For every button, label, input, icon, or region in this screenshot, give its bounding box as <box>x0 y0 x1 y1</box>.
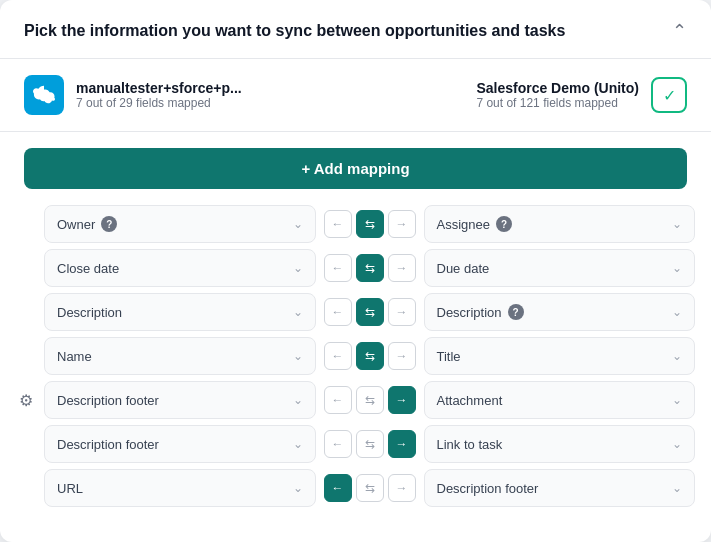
right-field-chevron-icon: ⌄ <box>672 437 682 451</box>
right-field-chevron-icon: ⌄ <box>672 305 682 319</box>
sync-both-button[interactable]: ⇆ <box>356 210 384 238</box>
left-field-select[interactable]: Owner? ⌄ <box>44 205 316 243</box>
sync-controls: ← ⇆ → <box>324 474 416 502</box>
sync-both-button[interactable]: ⇆ <box>356 342 384 370</box>
right-field-chevron-icon: ⌄ <box>672 349 682 363</box>
right-field-select[interactable]: Assignee? ⌄ <box>424 205 696 243</box>
left-field-label: Description footer <box>57 393 159 408</box>
right-field-label: Due date <box>437 261 490 276</box>
right-field-select[interactable]: Due date ⌄ <box>424 249 696 287</box>
right-field-select[interactable]: Description footer ⌄ <box>424 469 696 507</box>
page-title: Pick the information you want to sync be… <box>24 22 565 40</box>
sync-both-button[interactable]: ⇆ <box>356 474 384 502</box>
left-field-label: Close date <box>57 261 119 276</box>
sync-controls: ← ⇆ → <box>324 210 416 238</box>
left-field-label: Description <box>57 305 122 320</box>
sync-controls: ← ⇆ → <box>324 430 416 458</box>
help-icon[interactable]: ? <box>496 216 512 232</box>
salesforce-logo <box>24 75 64 115</box>
sync-left-button[interactable]: ← <box>324 386 352 414</box>
left-field-chevron-icon: ⌄ <box>293 437 303 451</box>
left-field-chevron-icon: ⌄ <box>293 349 303 363</box>
sync-left-button[interactable]: ← <box>324 254 352 282</box>
right-field-label: Assignee? <box>437 216 512 232</box>
left-field-select[interactable]: URL ⌄ <box>44 469 316 507</box>
right-account-name: Salesforce Demo (Unito) <box>476 80 639 96</box>
mapping-row: Description ⌄ ← ⇆ → Description? ⌄ <box>16 293 695 331</box>
mapping-row: Close date ⌄ ← ⇆ → Due date ⌄ <box>16 249 695 287</box>
sync-both-button[interactable]: ⇆ <box>356 430 384 458</box>
sync-controls: ← ⇆ → <box>324 298 416 326</box>
sync-left-button[interactable]: ← <box>324 430 352 458</box>
left-account-sub: 7 out of 29 fields mapped <box>76 96 242 110</box>
sync-both-button[interactable]: ⇆ <box>356 386 384 414</box>
add-mapping-button[interactable]: + Add mapping <box>24 148 687 189</box>
sync-right-button[interactable]: → <box>388 342 416 370</box>
mapping-row: Name ⌄ ← ⇆ → Title ⌄ <box>16 337 695 375</box>
left-field-select[interactable]: Description footer ⌄ <box>44 381 316 419</box>
left-field-chevron-icon: ⌄ <box>293 393 303 407</box>
sync-right-button[interactable]: → <box>388 298 416 326</box>
right-field-chevron-icon: ⌄ <box>672 481 682 495</box>
left-field-chevron-icon: ⌄ <box>293 261 303 275</box>
sync-left-button[interactable]: ← <box>324 342 352 370</box>
left-field-label: URL <box>57 481 83 496</box>
left-field-select[interactable]: Description footer ⌄ <box>44 425 316 463</box>
left-field-label: Description footer <box>57 437 159 452</box>
left-field-select[interactable]: Description ⌄ <box>44 293 316 331</box>
left-field-chevron-icon: ⌄ <box>293 217 303 231</box>
right-field-label: Description? <box>437 304 524 320</box>
right-field-select[interactable]: Title ⌄ <box>424 337 696 375</box>
help-icon[interactable]: ? <box>101 216 117 232</box>
mapping-row: ⚙ Description footer ⌄ ← ⇆ → Attachment … <box>16 381 695 419</box>
mapping-row: URL ⌄ ← ⇆ → Description footer ⌄ <box>16 469 695 507</box>
header: Pick the information you want to sync be… <box>0 0 711 59</box>
sync-left-button[interactable]: ← <box>324 298 352 326</box>
sync-controls: ← ⇆ → <box>324 386 416 414</box>
left-field-chevron-icon: ⌄ <box>293 481 303 495</box>
right-field-select[interactable]: Link to task ⌄ <box>424 425 696 463</box>
right-field-select[interactable]: Attachment ⌄ <box>424 381 696 419</box>
left-field-select[interactable]: Close date ⌄ <box>44 249 316 287</box>
right-field-label: Link to task <box>437 437 503 452</box>
mappings-list: Owner? ⌄ ← ⇆ → Assignee? ⌄ Close date ⌄ … <box>0 205 711 523</box>
verified-badge: ✓ <box>651 77 687 113</box>
sync-left-button[interactable]: ← <box>324 210 352 238</box>
main-card: Pick the information you want to sync be… <box>0 0 711 542</box>
right-field-select[interactable]: Description? ⌄ <box>424 293 696 331</box>
right-field-chevron-icon: ⌄ <box>672 217 682 231</box>
mapping-row: Description footer ⌄ ← ⇆ → Link to task … <box>16 425 695 463</box>
right-account-info: Salesforce Demo (Unito) 7 out of 121 fie… <box>476 80 639 110</box>
right-account: Salesforce Demo (Unito) 7 out of 121 fie… <box>362 77 688 113</box>
mapping-row: Owner? ⌄ ← ⇆ → Assignee? ⌄ <box>16 205 695 243</box>
left-account-name: manualtester+sforce+p... <box>76 80 242 96</box>
right-field-label: Description footer <box>437 481 539 496</box>
sync-right-button[interactable]: → <box>388 254 416 282</box>
accounts-row: manualtester+sforce+p... 7 out of 29 fie… <box>0 59 711 132</box>
sync-both-button[interactable]: ⇆ <box>356 298 384 326</box>
right-field-label: Attachment <box>437 393 503 408</box>
left-field-select[interactable]: Name ⌄ <box>44 337 316 375</box>
left-account-info: manualtester+sforce+p... 7 out of 29 fie… <box>76 80 242 110</box>
left-field-label: Name <box>57 349 92 364</box>
sync-left-button[interactable]: ← <box>324 474 352 502</box>
collapse-icon[interactable]: ⌃ <box>672 20 687 42</box>
sync-both-button[interactable]: ⇆ <box>356 254 384 282</box>
left-field-label: Owner? <box>57 216 117 232</box>
right-field-chevron-icon: ⌄ <box>672 261 682 275</box>
left-account: manualtester+sforce+p... 7 out of 29 fie… <box>24 75 350 115</box>
sync-right-button[interactable]: → <box>388 386 416 414</box>
sync-right-button[interactable]: → <box>388 210 416 238</box>
help-icon[interactable]: ? <box>508 304 524 320</box>
left-field-chevron-icon: ⌄ <box>293 305 303 319</box>
right-field-chevron-icon: ⌄ <box>672 393 682 407</box>
right-account-sub: 7 out of 121 fields mapped <box>476 96 639 110</box>
gear-icon[interactable]: ⚙ <box>16 390 36 410</box>
sync-right-button[interactable]: → <box>388 474 416 502</box>
right-field-label: Title <box>437 349 461 364</box>
sync-controls: ← ⇆ → <box>324 254 416 282</box>
sync-right-button[interactable]: → <box>388 430 416 458</box>
sync-controls: ← ⇆ → <box>324 342 416 370</box>
